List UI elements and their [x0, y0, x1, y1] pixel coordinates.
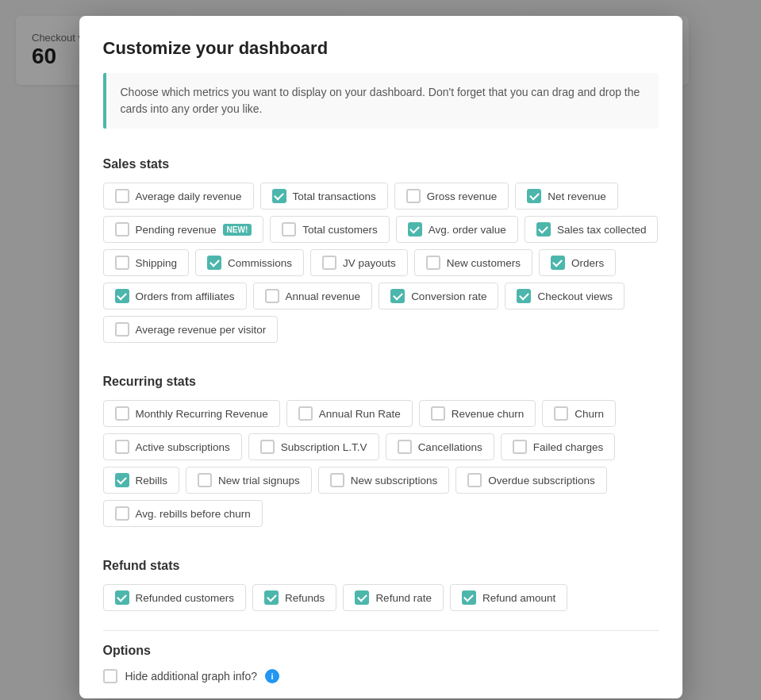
- checkbox-annual-run-rate[interactable]: Annual Run Rate: [286, 400, 413, 427]
- hide-graph-label: Hide additional graph info?: [125, 670, 258, 683]
- info-box: Choose which metrics you want to display…: [103, 73, 659, 129]
- checkbox-refund-rate[interactable]: Refund rate: [343, 584, 444, 611]
- recurring-stats-section: Recurring stats Monthly Recurring Revenu…: [103, 362, 659, 527]
- checkbox-gross-revenue[interactable]: Gross revenue: [394, 183, 509, 210]
- cb-revenue-churn: [431, 406, 445, 421]
- checkbox-refunds[interactable]: Refunds: [252, 584, 336, 611]
- checkbox-refund-amount[interactable]: Refund amount: [450, 584, 567, 611]
- cb-new-trial-signups: [198, 473, 212, 487]
- checkbox-hide-graph-info[interactable]: [103, 669, 117, 683]
- cb-rebills: [115, 473, 129, 487]
- checkbox-checkout-views[interactable]: Checkout views: [505, 283, 625, 310]
- customize-dashboard-modal: Customize your dashboard Choose which me…: [79, 16, 682, 698]
- info-box-text: Choose which metrics you want to display…: [121, 86, 640, 115]
- cb-total-transactions: [272, 189, 286, 203]
- checkbox-failed-charges[interactable]: Failed charges: [501, 433, 616, 460]
- checkbox-orders-from-affiliates[interactable]: Orders from affiliates: [103, 283, 247, 310]
- checkbox-jv-payouts[interactable]: JV payouts: [310, 249, 408, 276]
- cb-mrr: [115, 406, 129, 421]
- cb-overdue-subscriptions: [467, 473, 482, 487]
- recurring-stats-grid: Monthly Recurring Revenue Annual Run Rat…: [103, 400, 659, 527]
- checkbox-avg-revenue-per-visitor[interactable]: Average revenue per visitor: [103, 316, 279, 343]
- option-row-hide-graph: Hide additional graph info? i: [103, 669, 659, 683]
- modal-header: Customize your dashboard Choose which me…: [79, 16, 682, 144]
- cb-total-customers: [282, 222, 296, 237]
- cb-sales-tax: [536, 222, 551, 237]
- checkbox-avg-rebills-before-churn[interactable]: Avg. rebills before churn: [103, 500, 263, 527]
- cb-jv-payouts: [322, 256, 336, 270]
- checkbox-active-subscriptions[interactable]: Active subscriptions: [103, 433, 242, 460]
- cb-active-subscriptions: [115, 440, 129, 454]
- cb-gross-revenue: [406, 189, 421, 203]
- cb-checkout-views: [517, 289, 531, 303]
- options-section: Options Hide additional graph info? i: [103, 630, 659, 683]
- badge-new: New!: [223, 224, 252, 236]
- checkbox-overdue-subscriptions[interactable]: Overdue subscriptions: [455, 467, 606, 494]
- checkbox-new-subscriptions[interactable]: New subscriptions: [318, 467, 450, 494]
- checkbox-pending-revenue[interactable]: Pending revenue New!: [103, 216, 264, 243]
- cb-refunds: [264, 590, 279, 605]
- checkbox-total-transactions[interactable]: Total transactions: [260, 183, 388, 210]
- sales-stats-section: Sales stats Average daily revenue Total …: [103, 144, 659, 343]
- checkbox-avg-order-value[interactable]: Avg. order value: [396, 216, 518, 243]
- cb-conversion-rate: [390, 289, 405, 303]
- checkbox-churn[interactable]: Churn: [542, 400, 616, 427]
- checkbox-revenue-churn[interactable]: Revenue churn: [419, 400, 536, 427]
- checkbox-conversion-rate[interactable]: Conversion rate: [379, 283, 498, 310]
- checkbox-refunded-customers[interactable]: Refunded customers: [103, 584, 247, 611]
- modal-body: Sales stats Average daily revenue Total …: [79, 144, 682, 698]
- cb-failed-charges: [513, 440, 527, 454]
- refund-stats-section: Refund stats Refunded customers Refunds …: [103, 546, 659, 611]
- checkbox-rebills[interactable]: Rebills: [103, 467, 180, 494]
- cb-net-revenue: [527, 189, 541, 203]
- checkbox-shipping[interactable]: Shipping: [103, 249, 190, 276]
- checkbox-total-customers[interactable]: Total customers: [270, 216, 390, 243]
- checkbox-new-customers[interactable]: New customers: [414, 249, 532, 276]
- modal-title: Customize your dashboard: [103, 38, 659, 59]
- cb-new-subscriptions: [330, 473, 344, 487]
- checkbox-annual-revenue[interactable]: Annual revenue: [253, 283, 373, 310]
- cb-orders-from-affiliates: [115, 289, 129, 303]
- cb-avg-daily-revenue: [115, 189, 129, 203]
- checkbox-avg-daily-revenue[interactable]: Average daily revenue: [103, 183, 254, 210]
- checkbox-net-revenue[interactable]: Net revenue: [515, 183, 618, 210]
- checkbox-subscription-ltv[interactable]: Subscription L.T.V: [248, 433, 379, 460]
- recurring-stats-title: Recurring stats: [103, 362, 659, 389]
- cb-cancellations: [398, 440, 412, 454]
- cb-refund-rate: [355, 590, 369, 605]
- modal-overlay: Customize your dashboard Choose which me…: [0, 0, 761, 700]
- checkbox-sales-tax[interactable]: Sales tax collected: [525, 216, 659, 243]
- checkbox-mrr[interactable]: Monthly Recurring Revenue: [103, 400, 280, 427]
- info-icon[interactable]: i: [265, 669, 279, 683]
- checkbox-orders[interactable]: Orders: [539, 249, 616, 276]
- cb-churn: [554, 406, 568, 421]
- refund-stats-title: Refund stats: [103, 546, 659, 573]
- cb-orders: [551, 256, 565, 270]
- cb-avg-rebills-before-churn: [115, 506, 129, 521]
- cb-new-customers: [426, 256, 440, 270]
- options-title: Options: [103, 644, 659, 658]
- refund-stats-grid: Refunded customers Refunds Refund rate R…: [103, 584, 659, 611]
- cb-avg-order-value: [408, 222, 422, 237]
- cb-shipping: [115, 256, 129, 270]
- checkbox-commissions[interactable]: Commissions: [195, 249, 304, 276]
- sales-stats-grid: Average daily revenue Total transactions…: [103, 183, 659, 343]
- checkbox-new-trial-signups[interactable]: New trial signups: [186, 467, 312, 494]
- cb-avg-revenue-per-visitor: [115, 322, 129, 337]
- checkbox-cancellations[interactable]: Cancellations: [386, 433, 494, 460]
- cb-annual-revenue: [265, 289, 279, 303]
- cb-annual-run-rate: [298, 406, 313, 421]
- cb-subscription-ltv: [260, 440, 275, 454]
- cb-commissions: [207, 256, 221, 270]
- cb-pending-revenue: [115, 222, 129, 237]
- cb-refunded-customers: [115, 590, 129, 605]
- cb-refund-amount: [462, 590, 476, 605]
- sales-stats-title: Sales stats: [103, 144, 659, 171]
